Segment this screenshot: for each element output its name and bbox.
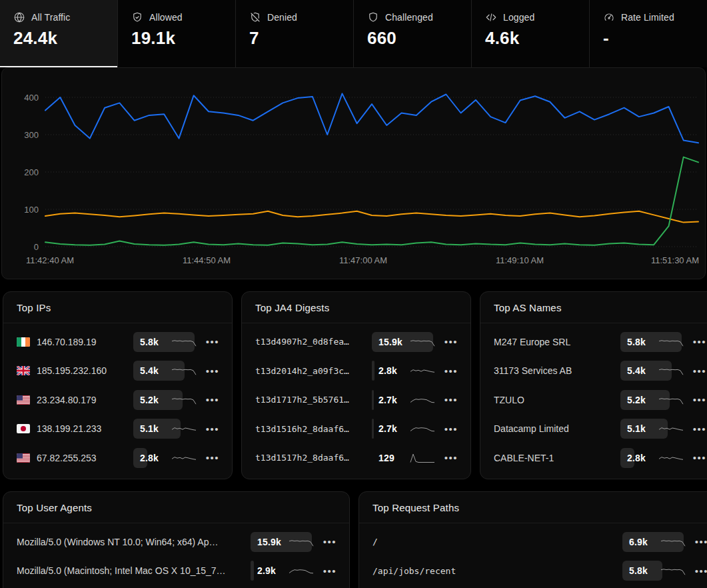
traffic-timeseries-card: 010020030040011:42:40 AM11:44:50 AM11:47… bbox=[1, 67, 706, 279]
tab-challenged[interactable]: Challenged660 bbox=[354, 0, 472, 67]
list-item: Mozilla/5.0 (Windows NT 10.0; Win64; x64… bbox=[17, 527, 340, 557]
sparkline bbox=[660, 535, 686, 549]
row-menu-button[interactable]: ••• bbox=[690, 363, 707, 379]
row-menu-button[interactable]: ••• bbox=[441, 333, 461, 350]
y-tick-label: 100 bbox=[24, 205, 39, 215]
row-label: 185.195.232.160 bbox=[17, 365, 133, 376]
y-tick-label: 400 bbox=[24, 93, 39, 103]
row-value: 5.2k bbox=[140, 395, 159, 405]
panel-header: Top AS Names bbox=[480, 292, 707, 323]
panel-rows: t13d4907h2_0d8fea…15.9k•••t13d2014h2_a09… bbox=[242, 323, 470, 477]
series-line-green bbox=[45, 157, 698, 245]
row-menu-button[interactable]: ••• bbox=[441, 449, 461, 466]
row-value: 5.4k bbox=[627, 365, 646, 376]
row-menu-button[interactable]: ••• bbox=[441, 421, 461, 437]
tab-denied[interactable]: Denied7 bbox=[236, 0, 354, 67]
traffic-timeseries-chart: 010020030040011:42:40 AM11:44:50 AM11:47… bbox=[2, 68, 706, 279]
list-item: 146.70.189.195.8k••• bbox=[17, 327, 223, 357]
sparkline bbox=[171, 364, 197, 377]
panel-header: Top User Agents bbox=[3, 492, 349, 523]
row-value: 2.9k bbox=[257, 565, 276, 576]
value-bar-cell: 2.7k bbox=[372, 419, 433, 439]
row-value: 2.8k bbox=[140, 453, 159, 463]
value-bar bbox=[372, 390, 374, 410]
list-item: M247 Europe SRL5.8k••• bbox=[494, 327, 707, 357]
row-menu-button[interactable]: ••• bbox=[690, 333, 707, 350]
value-bar-cell: 5.1k bbox=[133, 419, 195, 439]
shield-icon bbox=[367, 11, 379, 23]
row-label: 23.234.80.179 bbox=[17, 395, 133, 405]
value-bar-cell: 5.2k bbox=[133, 390, 195, 410]
tab-label: Denied bbox=[267, 12, 297, 23]
panel-top-ips: Top IPs 146.70.189.195.8k•••185.195.232.… bbox=[3, 291, 233, 479]
list-item: CABLE-NET-12.8k••• bbox=[494, 443, 707, 473]
row-menu-button[interactable]: ••• bbox=[203, 391, 223, 408]
shield-off-icon bbox=[249, 11, 261, 23]
value-bar-cell: 5.8k bbox=[622, 561, 684, 581]
tab-allowed[interactable]: Allowed19.1k bbox=[118, 0, 236, 67]
sparkline bbox=[409, 364, 436, 377]
tab-all-traffic[interactable]: All Traffic24.4k bbox=[0, 0, 118, 67]
row-menu-button[interactable]: ••• bbox=[441, 363, 461, 379]
row-label: 31173 Services AB bbox=[494, 365, 620, 376]
row-label-text: t13d2014h2_a09f3c… bbox=[255, 366, 349, 376]
panel-rows: M247 Europe SRL5.8k•••31173 Services AB5… bbox=[480, 323, 707, 477]
row-menu-button[interactable]: ••• bbox=[203, 449, 223, 466]
row-label-text: TZULO bbox=[494, 395, 524, 405]
tab-header: All Traffic bbox=[13, 11, 117, 23]
y-tick-label: 300 bbox=[24, 130, 39, 140]
tab-logged[interactable]: Logged4.6k bbox=[472, 0, 590, 67]
x-tick-label: 11:44:50 AM bbox=[183, 255, 231, 265]
panel-header: Top IPs bbox=[3, 292, 232, 323]
list-item: Datacamp Limited5.1k••• bbox=[494, 415, 707, 444]
row-menu-button[interactable]: ••• bbox=[690, 391, 707, 408]
tab-rate-limited[interactable]: Rate Limited- bbox=[590, 0, 707, 67]
tab-header: Rate Limited bbox=[603, 11, 707, 23]
row-menu-button[interactable]: ••• bbox=[690, 449, 707, 466]
row-menu-button[interactable]: ••• bbox=[441, 391, 461, 408]
row-menu-button[interactable]: ••• bbox=[203, 421, 223, 437]
list-item: 23.234.80.1795.2k••• bbox=[17, 385, 223, 415]
tab-label: Logged bbox=[503, 12, 534, 23]
code-icon bbox=[485, 11, 497, 23]
list-item: t13d1516h2_8daaf6…2.7k••• bbox=[255, 415, 461, 444]
tab-value: - bbox=[603, 28, 707, 49]
value-bar-cell: 5.4k bbox=[133, 361, 195, 381]
row-label: Mozilla/5.0 (Macintosh; Intel Mac OS X 1… bbox=[17, 565, 251, 576]
row-label-text: Mozilla/5.0 (Macintosh; Intel Mac OS X 1… bbox=[17, 565, 226, 576]
flag-gb bbox=[17, 366, 30, 375]
value-bar-cell: 2.8k bbox=[372, 361, 433, 381]
list-item: 138.199.21.2335.1k••• bbox=[17, 415, 223, 444]
row-menu-button[interactable]: ••• bbox=[692, 563, 707, 579]
row-menu-button[interactable]: ••• bbox=[692, 533, 707, 550]
value-bar bbox=[372, 419, 374, 439]
x-tick-label: 11:51:30 AM bbox=[651, 255, 699, 265]
panel-row-bottom: Top User Agents Mozilla/5.0 (Windows NT … bbox=[3, 491, 707, 588]
flag-ie bbox=[17, 337, 30, 347]
row-label: / bbox=[372, 537, 622, 547]
row-value: 5.8k bbox=[627, 337, 646, 347]
row-menu-button[interactable]: ••• bbox=[320, 563, 340, 579]
y-tick-label: 200 bbox=[24, 167, 39, 177]
row-label: t13d1717h2_5b5761… bbox=[255, 395, 372, 405]
row-menu-button[interactable]: ••• bbox=[320, 533, 340, 550]
row-value: 2.7k bbox=[378, 423, 397, 434]
row-menu-button[interactable]: ••• bbox=[690, 421, 707, 437]
row-menu-button[interactable]: ••• bbox=[203, 363, 223, 379]
list-item: 67.82.255.2532.8k••• bbox=[17, 443, 223, 473]
value-bar-cell: 129 bbox=[372, 448, 433, 468]
row-label-text: 67.82.255.253 bbox=[37, 453, 97, 463]
sparkline bbox=[171, 335, 197, 349]
sparkline bbox=[409, 451, 436, 465]
row-label: /api/jobs/recent bbox=[372, 566, 622, 576]
sparkline bbox=[171, 393, 197, 407]
tab-label: Allowed bbox=[149, 12, 183, 23]
value-bar-cell: 5.8k bbox=[620, 332, 682, 352]
row-label-text: M247 Europe SRL bbox=[494, 337, 570, 347]
metric-tab-bar: All Traffic24.4kAllowed19.1kDenied7Chall… bbox=[0, 0, 707, 67]
row-menu-button[interactable]: ••• bbox=[203, 333, 223, 350]
row-value: 2.7k bbox=[378, 395, 397, 405]
row-value: 129 bbox=[378, 453, 394, 463]
globe-icon bbox=[13, 11, 25, 23]
list-item: Mozilla/5.0 (Macintosh; Intel Mac OS X 1… bbox=[17, 557, 340, 586]
